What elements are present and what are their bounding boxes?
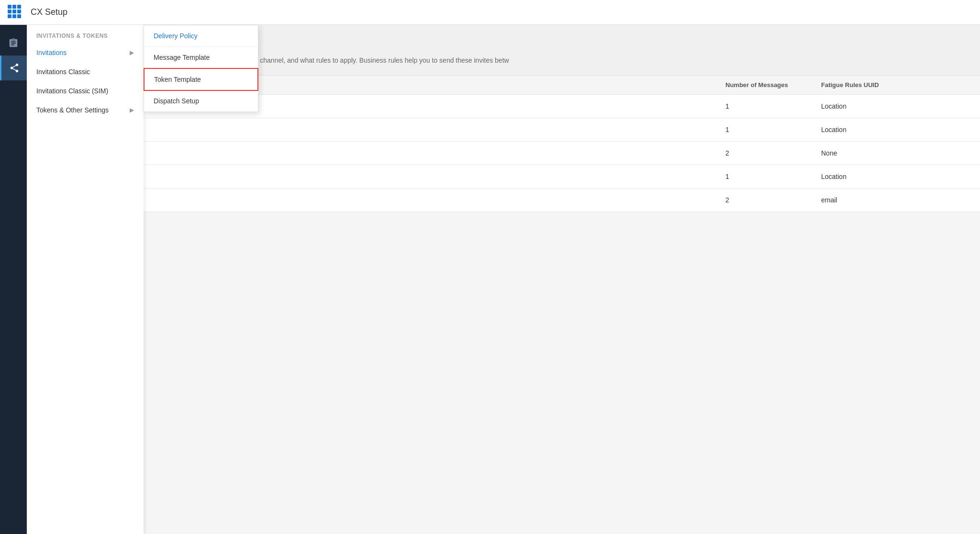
col-header-fatigue: Fatigue Rules UUID (821, 81, 965, 89)
cell-messages: 1 (725, 102, 821, 110)
table-row[interactable]: Website Visit 2 email (27, 189, 980, 212)
app-title: CX Setup (31, 7, 67, 17)
chevron-right-icon: ▶ (130, 49, 134, 56)
left-navigation-menu: Invitations & Tokens Invitations ▶ Invit… (27, 25, 144, 534)
chevron-right-icon: ▶ (130, 107, 134, 113)
sidebar (0, 25, 27, 534)
cell-name: Branch Visit Survey (42, 173, 725, 180)
submenu-item-dispatch-setup[interactable]: Dispatch Setup (144, 90, 258, 111)
table-row[interactable]: 1 Location (27, 118, 980, 142)
sidebar-item-share[interactable] (0, 56, 27, 80)
cell-messages: 1 (725, 126, 821, 134)
submenu-item-label: Token Template (154, 76, 201, 83)
menu-item-invitations-classic-sim[interactable]: Invitations Classic (SIM) (27, 81, 144, 100)
cell-fatigue: Location (821, 126, 965, 134)
submenu-item-label: Dispatch Setup (154, 97, 199, 105)
menu-item-tokens-settings[interactable]: Tokens & Other Settings ▶ (27, 100, 144, 120)
menu-item-label: Invitations Classic (36, 68, 90, 76)
cell-messages: 1 (725, 173, 821, 180)
submenu-item-token-template[interactable]: Token Template (144, 68, 258, 91)
submenu-item-delivery-policy[interactable]: Delivery Policy (144, 25, 258, 47)
cell-name: Website Visit (42, 196, 725, 204)
sidebar-item-clipboard[interactable] (0, 31, 27, 56)
cell-name: Website Visit123 (42, 149, 725, 157)
col-header-messages: Number of Messages (725, 81, 821, 89)
apps-icon[interactable] (8, 5, 23, 20)
menu-item-label: Tokens & Other Settings (36, 106, 109, 114)
cell-fatigue: Location (821, 173, 965, 180)
menu-item-invitations[interactable]: Invitations ▶ (27, 43, 144, 62)
topbar: CX Setup (0, 0, 980, 25)
cell-fatigue: Location (821, 102, 965, 110)
menu-section-label: Invitations & Tokens (27, 25, 144, 43)
menu-item-label: Invitations (36, 49, 67, 56)
cell-messages: 2 (725, 149, 821, 157)
cell-fatigue: email (821, 196, 965, 204)
submenu-item-label: Message Template (154, 54, 210, 61)
menu-item-label: Invitations Classic (SIM) (36, 87, 108, 95)
submenu-item-message-template[interactable]: Message Template (144, 47, 258, 68)
submenu-item-label: Delivery Policy (154, 32, 198, 40)
menu-item-invitations-classic[interactable]: Invitations Classic (27, 62, 144, 81)
invitations-submenu: Delivery Policy Message Template Token T… (144, 25, 258, 112)
cell-fatigue: None (821, 149, 965, 157)
table-row[interactable]: Branch Visit Survey 1 Location (27, 165, 980, 189)
table-row[interactable]: Website Visit123 2 None (27, 142, 980, 165)
cell-messages: 2 (725, 196, 821, 204)
